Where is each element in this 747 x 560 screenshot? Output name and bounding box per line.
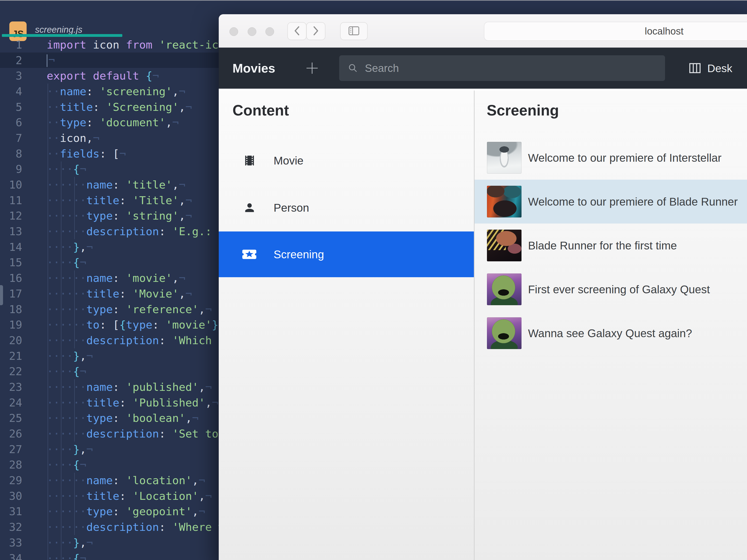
line-number: 27 <box>0 443 22 456</box>
active-tab-underline <box>2 34 122 37</box>
film-icon <box>243 154 256 167</box>
sidebar-item-label: Screening <box>274 248 324 261</box>
code-text: ······type: 'string',¬ <box>22 209 192 222</box>
sidebar-item-person[interactable]: Person <box>219 191 474 224</box>
line-number: 16 <box>0 272 22 285</box>
search-icon <box>347 63 358 74</box>
navbar-divider <box>219 89 747 90</box>
text-caret <box>47 54 47 67</box>
code-text: ······name: 'title',¬ <box>22 178 185 191</box>
code-text: ······to: [{type: 'movie'}] <box>22 318 225 331</box>
list-item-title: Wanna see Galaxy Quest again? <box>528 327 692 340</box>
line-number: 32 <box>0 521 22 533</box>
line-number: 13 <box>0 225 22 238</box>
poster-thumbnail <box>487 186 521 217</box>
list-pane-heading: Screening <box>487 102 747 119</box>
code-text: ······name: 'location',¬ <box>22 474 205 487</box>
line-number: 34 <box>0 552 22 560</box>
list-item[interactable]: First ever screening of Galaxy Quest <box>474 267 747 311</box>
address-bar[interactable]: localhost <box>484 22 747 41</box>
line-number: 15 <box>0 256 22 269</box>
back-button[interactable] <box>287 22 307 40</box>
list-item-title: Blade Runner for the first time <box>528 239 677 252</box>
code-text: ····{¬ <box>22 365 86 378</box>
screening-row-list: Welcome to our premiere of InterstellarW… <box>474 136 747 355</box>
code-text: ¬ <box>22 53 55 67</box>
forward-button[interactable] <box>306 22 326 40</box>
line-number: 19 <box>0 318 22 331</box>
line-number: 14 <box>0 241 22 254</box>
code-text: ··name: 'screening',¬ <box>22 85 185 98</box>
line-number: 9 <box>0 163 22 176</box>
browser-window: localhost Movies Desk Content MoviePerso… <box>219 14 747 560</box>
project-title[interactable]: Movies <box>232 48 275 89</box>
poster-thumbnail <box>487 142 521 174</box>
desk-tool-button[interactable]: Desk <box>688 48 732 89</box>
poster-thumbnail <box>487 273 521 305</box>
sidebar-icon <box>348 25 360 37</box>
line-number: 3 <box>0 69 22 82</box>
code-text: ······name: 'published',¬ <box>22 380 212 393</box>
chevron-left-icon <box>293 25 301 37</box>
line-number: 10 <box>0 178 22 191</box>
create-new-button[interactable] <box>305 61 319 76</box>
code-text: ······description: 'E.g.: C <box>22 225 225 238</box>
code-text: import icon from 'react-ico <box>22 38 225 51</box>
code-text: ··fields: [¬ <box>22 147 126 160</box>
close-window-button[interactable] <box>229 27 238 36</box>
list-item[interactable]: Welcome to our premiere of Blade Runner <box>474 180 747 223</box>
line-number: 18 <box>0 303 22 316</box>
code-text: ······description: 'Which m <box>22 334 225 347</box>
sidebar-item-movie[interactable]: Movie <box>219 144 474 177</box>
editor-tab-filename[interactable]: screening.js <box>35 25 82 35</box>
line-number: 20 <box>0 334 22 347</box>
code-text: ······type: 'boolean',¬ <box>22 411 199 424</box>
code-text: ······title: 'Published',¬ <box>22 396 218 409</box>
desk-label: Desk <box>707 62 732 75</box>
line-number: 1 <box>0 38 22 51</box>
code-text: ····{¬ <box>22 552 86 560</box>
line-number: 6 <box>0 116 22 129</box>
poster-thumbnail <box>487 317 521 349</box>
line-number: 2 <box>0 54 22 67</box>
list-item-title: First ever screening of Galaxy Quest <box>528 283 710 296</box>
ticket-star-icon <box>241 247 258 261</box>
code-text: ······title: 'Movie',¬ <box>22 287 192 300</box>
content-pane: Content MoviePersonScreening <box>219 90 474 560</box>
screening-list-pane: Screening Welcome to our premiere of Int… <box>474 90 747 560</box>
search-field[interactable] <box>339 55 665 81</box>
list-item[interactable]: Welcome to our premiere of Interstellar <box>474 136 747 180</box>
code-text: ··title: 'Screening',¬ <box>22 101 192 113</box>
code-text: ······name: 'movie',¬ <box>22 272 185 285</box>
minimize-window-button[interactable] <box>248 27 256 36</box>
code-text: ··icon,¬ <box>22 132 99 144</box>
list-item-title: Welcome to our premiere of Interstellar <box>528 152 722 164</box>
code-text: ····},¬ <box>22 536 93 549</box>
poster-thumbnail <box>487 230 521 261</box>
code-text: ······description: 'Where w <box>22 521 225 533</box>
plus-icon <box>305 72 319 76</box>
code-text: ······type: 'reference',¬ <box>22 303 212 316</box>
line-number: 30 <box>0 489 22 502</box>
line-number: 24 <box>0 396 22 409</box>
content-item-list: MoviePersonScreening <box>219 144 474 277</box>
sidebar-toggle-button[interactable] <box>340 22 368 40</box>
list-item[interactable]: Wanna see Galaxy Quest again? <box>474 311 747 355</box>
code-text: ····{¬ <box>22 163 86 176</box>
code-text: ······type: 'geopoint',¬ <box>22 505 205 518</box>
zoom-window-button[interactable] <box>265 27 274 36</box>
chevron-right-icon <box>312 25 319 37</box>
line-number: 5 <box>0 101 22 113</box>
search-input[interactable] <box>364 61 622 75</box>
code-text: ····},¬ <box>22 443 93 456</box>
list-item[interactable]: Blade Runner for the first time <box>474 223 747 267</box>
code-text: export default {¬ <box>22 69 159 82</box>
code-text: ······title: 'Location',¬ <box>22 489 212 502</box>
list-item-title: Welcome to our premiere of Blade Runner <box>528 195 738 208</box>
columns-icon <box>688 61 702 75</box>
studio-navbar: Movies Desk <box>219 48 747 89</box>
code-text: ······description: 'Set to <box>22 427 225 440</box>
screen-top-edge <box>0 0 747 1</box>
code-text: ··type: 'document',¬ <box>22 116 179 129</box>
sidebar-item-screening[interactable]: Screening <box>219 232 474 277</box>
